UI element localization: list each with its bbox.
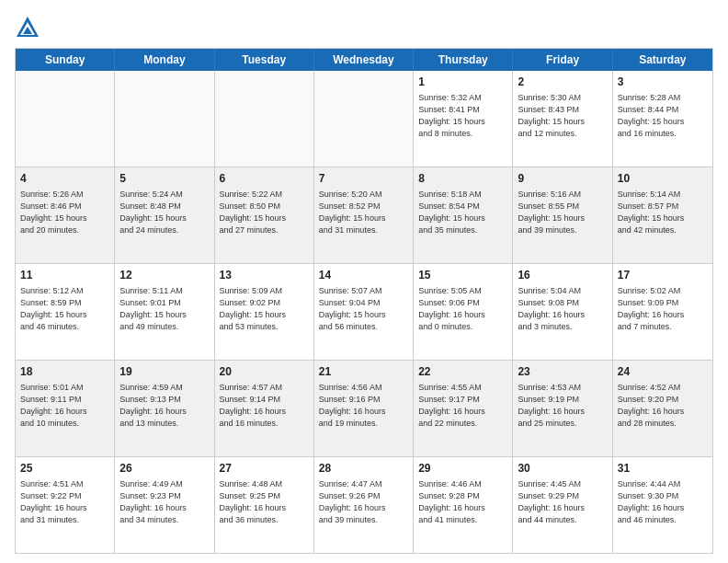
day-number: 10 bbox=[618, 171, 708, 187]
day-number: 3 bbox=[618, 75, 708, 90]
calendar-row: 18Sunrise: 5:01 AM Sunset: 9:11 PM Dayli… bbox=[16, 360, 712, 456]
calendar-cell bbox=[16, 71, 115, 167]
day-number: 25 bbox=[20, 461, 109, 477]
calendar-cell: 15Sunrise: 5:05 AM Sunset: 9:06 PM Dayli… bbox=[414, 264, 513, 360]
logo-icon bbox=[15, 15, 40, 40]
calendar-cell: 6Sunrise: 5:22 AM Sunset: 8:50 PM Daylig… bbox=[215, 167, 314, 263]
day-info: Sunrise: 5:18 AM Sunset: 8:54 PM Dayligh… bbox=[418, 189, 507, 236]
day-number: 12 bbox=[119, 268, 209, 283]
day-number: 29 bbox=[418, 461, 507, 477]
header-day-monday: Monday bbox=[115, 49, 214, 71]
day-number: 14 bbox=[319, 268, 408, 283]
calendar-cell: 17Sunrise: 5:02 AM Sunset: 9:09 PM Dayli… bbox=[613, 264, 712, 360]
day-number: 16 bbox=[518, 268, 607, 283]
calendar-cell: 23Sunrise: 4:53 AM Sunset: 9:19 PM Dayli… bbox=[513, 361, 612, 456]
calendar-row: 4Sunrise: 5:26 AM Sunset: 8:46 PM Daylig… bbox=[16, 167, 712, 263]
calendar-cell: 1Sunrise: 5:32 AM Sunset: 8:41 PM Daylig… bbox=[414, 71, 513, 167]
calendar: SundayMondayTuesdayWednesdayThursdayFrid… bbox=[15, 48, 713, 554]
day-number: 5 bbox=[119, 171, 209, 187]
day-info: Sunrise: 5:01 AM Sunset: 9:11 PM Dayligh… bbox=[20, 382, 109, 430]
calendar-cell: 16Sunrise: 5:04 AM Sunset: 9:08 PM Dayli… bbox=[513, 264, 612, 360]
day-number: 13 bbox=[220, 268, 309, 283]
header-day-thursday: Thursday bbox=[414, 49, 513, 71]
calendar-cell: 30Sunrise: 4:45 AM Sunset: 9:29 PM Dayli… bbox=[513, 457, 612, 553]
header-day-friday: Friday bbox=[513, 49, 612, 71]
calendar-row: 11Sunrise: 5:12 AM Sunset: 8:59 PM Dayli… bbox=[16, 263, 712, 360]
calendar-cell: 27Sunrise: 4:48 AM Sunset: 9:25 PM Dayli… bbox=[215, 457, 314, 553]
day-info: Sunrise: 4:44 AM Sunset: 9:30 PM Dayligh… bbox=[618, 478, 708, 526]
calendar-cell: 13Sunrise: 5:09 AM Sunset: 9:02 PM Dayli… bbox=[215, 264, 314, 360]
header-day-saturday: Saturday bbox=[613, 49, 712, 71]
day-number: 6 bbox=[220, 171, 309, 187]
day-number: 4 bbox=[20, 171, 109, 187]
header-day-tuesday: Tuesday bbox=[215, 49, 314, 71]
day-number: 8 bbox=[418, 171, 507, 187]
day-number: 2 bbox=[518, 75, 607, 90]
day-info: Sunrise: 4:47 AM Sunset: 9:26 PM Dayligh… bbox=[319, 478, 408, 526]
day-info: Sunrise: 5:30 AM Sunset: 8:43 PM Dayligh… bbox=[518, 92, 607, 140]
day-number: 21 bbox=[319, 364, 408, 380]
day-info: Sunrise: 5:32 AM Sunset: 8:41 PM Dayligh… bbox=[418, 92, 507, 140]
day-info: Sunrise: 4:45 AM Sunset: 9:29 PM Dayligh… bbox=[518, 478, 607, 526]
day-info: Sunrise: 4:49 AM Sunset: 9:23 PM Dayligh… bbox=[119, 478, 209, 526]
calendar-cell: 5Sunrise: 5:24 AM Sunset: 8:48 PM Daylig… bbox=[115, 167, 214, 263]
day-info: Sunrise: 5:04 AM Sunset: 9:08 PM Dayligh… bbox=[518, 285, 607, 333]
calendar-cell bbox=[215, 71, 314, 167]
day-number: 30 bbox=[518, 461, 607, 477]
calendar-cell: 12Sunrise: 5:11 AM Sunset: 9:01 PM Dayli… bbox=[115, 264, 214, 360]
calendar-cell bbox=[314, 71, 414, 167]
day-number: 7 bbox=[319, 171, 408, 187]
logo bbox=[15, 15, 44, 40]
day-number: 19 bbox=[119, 364, 209, 380]
calendar-cell: 7Sunrise: 5:20 AM Sunset: 8:52 PM Daylig… bbox=[314, 167, 414, 263]
day-number: 28 bbox=[319, 461, 408, 477]
calendar-cell: 22Sunrise: 4:55 AM Sunset: 9:17 PM Dayli… bbox=[414, 361, 513, 456]
calendar-cell: 28Sunrise: 4:47 AM Sunset: 9:26 PM Dayli… bbox=[314, 457, 414, 553]
day-info: Sunrise: 5:12 AM Sunset: 8:59 PM Dayligh… bbox=[20, 285, 109, 333]
day-info: Sunrise: 4:57 AM Sunset: 9:14 PM Dayligh… bbox=[220, 382, 309, 430]
day-info: Sunrise: 4:52 AM Sunset: 9:20 PM Dayligh… bbox=[618, 382, 708, 430]
calendar-cell: 2Sunrise: 5:30 AM Sunset: 8:43 PM Daylig… bbox=[513, 71, 612, 167]
day-number: 23 bbox=[518, 364, 607, 380]
calendar-cell: 25Sunrise: 4:51 AM Sunset: 9:22 PM Dayli… bbox=[16, 457, 115, 553]
calendar-cell: 20Sunrise: 4:57 AM Sunset: 9:14 PM Dayli… bbox=[215, 361, 314, 456]
day-number: 20 bbox=[220, 364, 309, 380]
day-info: Sunrise: 5:05 AM Sunset: 9:06 PM Dayligh… bbox=[418, 285, 507, 333]
day-number: 18 bbox=[20, 364, 109, 380]
calendar-cell: 29Sunrise: 4:46 AM Sunset: 9:28 PM Dayli… bbox=[414, 457, 513, 553]
day-number: 17 bbox=[618, 268, 708, 283]
calendar-header: SundayMondayTuesdayWednesdayThursdayFrid… bbox=[16, 49, 712, 71]
calendar-cell: 11Sunrise: 5:12 AM Sunset: 8:59 PM Dayli… bbox=[16, 264, 115, 360]
day-info: Sunrise: 5:16 AM Sunset: 8:55 PM Dayligh… bbox=[518, 189, 607, 236]
day-info: Sunrise: 4:55 AM Sunset: 9:17 PM Dayligh… bbox=[418, 382, 507, 430]
calendar-cell: 4Sunrise: 5:26 AM Sunset: 8:46 PM Daylig… bbox=[16, 167, 115, 263]
day-info: Sunrise: 5:11 AM Sunset: 9:01 PM Dayligh… bbox=[119, 285, 209, 333]
day-number: 15 bbox=[418, 268, 507, 283]
day-number: 9 bbox=[518, 171, 607, 187]
calendar-row: 25Sunrise: 4:51 AM Sunset: 9:22 PM Dayli… bbox=[16, 456, 712, 553]
day-info: Sunrise: 4:46 AM Sunset: 9:28 PM Dayligh… bbox=[418, 478, 507, 526]
calendar-cell: 21Sunrise: 4:56 AM Sunset: 9:16 PM Dayli… bbox=[314, 361, 414, 456]
day-number: 22 bbox=[418, 364, 507, 380]
day-info: Sunrise: 5:26 AM Sunset: 8:46 PM Dayligh… bbox=[20, 189, 109, 236]
day-info: Sunrise: 5:02 AM Sunset: 9:09 PM Dayligh… bbox=[618, 285, 708, 333]
header-day-sunday: Sunday bbox=[16, 49, 115, 71]
day-info: Sunrise: 5:09 AM Sunset: 9:02 PM Dayligh… bbox=[220, 285, 309, 333]
calendar-body: 1Sunrise: 5:32 AM Sunset: 8:41 PM Daylig… bbox=[16, 71, 712, 553]
day-info: Sunrise: 4:53 AM Sunset: 9:19 PM Dayligh… bbox=[518, 382, 607, 430]
calendar-cell bbox=[115, 71, 214, 167]
day-number: 31 bbox=[618, 461, 708, 477]
day-number: 1 bbox=[418, 75, 507, 90]
day-info: Sunrise: 5:28 AM Sunset: 8:44 PM Dayligh… bbox=[618, 92, 708, 140]
calendar-cell: 10Sunrise: 5:14 AM Sunset: 8:57 PM Dayli… bbox=[613, 167, 712, 263]
day-info: Sunrise: 4:51 AM Sunset: 9:22 PM Dayligh… bbox=[20, 478, 109, 526]
calendar-cell: 9Sunrise: 5:16 AM Sunset: 8:55 PM Daylig… bbox=[513, 167, 612, 263]
calendar-cell: 14Sunrise: 5:07 AM Sunset: 9:04 PM Dayli… bbox=[314, 264, 414, 360]
day-number: 11 bbox=[20, 268, 109, 283]
day-info: Sunrise: 5:22 AM Sunset: 8:50 PM Dayligh… bbox=[220, 189, 309, 236]
calendar-cell: 3Sunrise: 5:28 AM Sunset: 8:44 PM Daylig… bbox=[613, 71, 712, 167]
day-info: Sunrise: 4:59 AM Sunset: 9:13 PM Dayligh… bbox=[119, 382, 209, 430]
day-number: 26 bbox=[119, 461, 209, 477]
day-number: 24 bbox=[618, 364, 708, 380]
page-header bbox=[15, 15, 713, 40]
